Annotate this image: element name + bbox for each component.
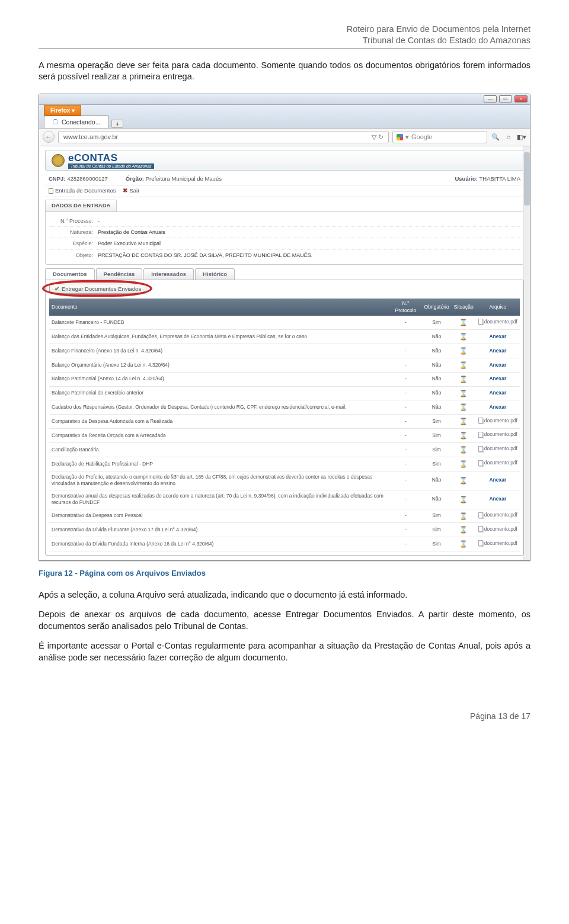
obrigatorio: Não [422, 490, 452, 509]
menu-sair[interactable]: ✖Sair [123, 187, 139, 195]
table-header: Arquivo [476, 299, 520, 316]
paragraph-4: É importante acessar o Portal e-Contas r… [39, 640, 530, 663]
close-button[interactable]: × [514, 95, 528, 102]
anexar-link[interactable]: Anexar [489, 404, 506, 410]
browser-tab-loading[interactable]: Conectando... [44, 116, 109, 128]
protocolo: - [389, 471, 421, 490]
arquivo-cell: Anexar [476, 372, 520, 386]
tab-interessados[interactable]: Interessados [143, 268, 194, 280]
doc-icon [478, 540, 483, 546]
tab-documentos[interactable]: Documentos [45, 268, 95, 280]
search-placeholder: Google [411, 133, 432, 142]
arquivo-cell: documento.pdf [476, 429, 520, 443]
hourglass-icon: ⌛ [459, 390, 468, 397]
arquivo-pdf[interactable]: documento.pdf [478, 460, 517, 466]
url-field[interactable]: www.tce.am.gov.br ▽ ↻ [58, 131, 389, 143]
obrigatorio: Não [422, 471, 452, 490]
minimize-button[interactable]: — [484, 95, 497, 102]
dropdown-icon: ▽ ↻ [372, 133, 383, 142]
protocolo: - [389, 537, 421, 551]
situacao: ⌛ [452, 386, 476, 400]
figure-caption: Figura 12 - Página com os Arquivos Envia… [39, 568, 530, 579]
hourglass-icon: ⌛ [459, 477, 468, 484]
obrigatorio: Não [422, 372, 452, 386]
obrigatorio: Sim [422, 443, 452, 457]
window-titlebar: — ▭ × [39, 94, 530, 105]
tab-pendências[interactable]: Pendências [96, 268, 143, 280]
dados-key: Natureza: [52, 229, 93, 236]
cnpj-value: 4282869000127 [67, 175, 108, 182]
dados-value: - [98, 217, 517, 224]
table-row: Declaração do Prefeito, atestando o cump… [49, 471, 520, 490]
protocolo: - [389, 429, 421, 443]
obrigatorio: Sim [422, 457, 452, 471]
arquivo-cell: Anexar [476, 386, 520, 400]
search-icon[interactable]: 🔍 [491, 132, 500, 142]
arquivo-pdf[interactable]: documento.pdf [478, 512, 517, 518]
situacao: ⌛ [452, 490, 476, 509]
search-box[interactable]: ▾ Google [392, 131, 487, 143]
hourglass-icon: ⌛ [459, 418, 468, 425]
arquivo-cell: documento.pdf [476, 415, 520, 429]
dados-row: Espécie:Poder Executivo Municipal [49, 238, 520, 249]
anexar-link[interactable]: Anexar [489, 333, 506, 339]
table-row: Balanço das Entidades Autáquicas, Fundaç… [49, 330, 520, 344]
arquivo-pdf[interactable]: documento.pdf [478, 526, 517, 532]
doc-icon [478, 460, 483, 466]
header-rule [39, 49, 530, 49]
arquivo-pdf[interactable]: documento.pdf [478, 418, 517, 424]
arquivo-pdf[interactable]: documento.pdf [478, 445, 517, 452]
anexar-link[interactable]: Anexar [489, 496, 506, 502]
header-line1: Roteiro para Envio de Documentos pela In… [39, 24, 530, 35]
maximize-button[interactable]: ▭ [499, 95, 512, 102]
protocolo: - [389, 344, 421, 358]
arquivo-pdf[interactable]: documento.pdf [478, 431, 517, 438]
anexar-link[interactable]: Anexar [489, 348, 506, 354]
econtas-banner: eCONTAS Tribunal de Contas do Estado do … [45, 150, 524, 171]
doc-name: Balancete Financeiro - FUNDEB [49, 316, 389, 329]
anexar-link[interactable]: Anexar [489, 477, 506, 483]
hourglass-icon: ⌛ [459, 496, 468, 503]
arquivo-cell: documento.pdf [476, 537, 520, 551]
firefox-menu-button[interactable]: Firefox ▾ [44, 105, 81, 117]
table-header: N.° Protocolo [389, 299, 421, 316]
arquivo-pdf[interactable]: documento.pdf [478, 319, 517, 325]
check-icon: ✔ [55, 285, 59, 292]
dados-value: PRESTAÇÃO DE CONTAS DO SR. JOSÉ DA SILVA… [98, 252, 517, 259]
doc-name: Balanço Patrimonial do exercício anterio… [49, 386, 389, 400]
menu-entrada[interactable]: Entrada de Documentos [49, 187, 116, 195]
obrigatorio: Não [422, 358, 452, 372]
paragraph-3: Depois de anexar os arquivos de cada doc… [39, 609, 530, 632]
doc-name: Balanço Financeiro (Anexo 13 da Lei n. 4… [49, 344, 389, 358]
tab-histórico[interactable]: Histórico [195, 268, 235, 280]
doc-name: Balanço Patrimonial (Anexo 14 da Lei n. … [49, 372, 389, 386]
protocolo: - [389, 415, 421, 429]
hourglass-icon: ⌛ [459, 460, 468, 467]
arquivo-pdf[interactable]: documento.pdf [478, 540, 517, 547]
doc-name: Demonstrativo anual das despesas realiza… [49, 490, 389, 509]
new-tab-button[interactable]: + [111, 120, 123, 128]
close-icon: ✖ [123, 187, 127, 195]
refresh-icon[interactable]: ↻ [378, 133, 383, 140]
bookmarks-icon[interactable]: ◧▾ [517, 132, 526, 142]
documentos-table: DocumentoN.° ProtocoloObrigatórioSituaçã… [49, 299, 520, 551]
menu-bar: Entrada de Documentos ✖Sair [45, 185, 524, 197]
arquivo-cell: Anexar [476, 471, 520, 490]
url-text: www.tce.am.gov.br [63, 133, 118, 142]
doc-name: Conciliação Bancária [49, 443, 389, 457]
arquivo-cell: Anexar [476, 344, 520, 358]
entregar-documentos-button[interactable]: ✔ Entregar Documentos Enviados [49, 284, 146, 294]
doc-icon [478, 319, 483, 325]
address-bar: ← www.tce.am.gov.br ▽ ↻ ▾ Google 🔍 ⌂ ◧▾ [39, 129, 530, 146]
back-button[interactable]: ← [43, 131, 55, 143]
obrigatorio: Não [422, 400, 452, 415]
anexar-link[interactable]: Anexar [489, 376, 506, 381]
table-header: Situação [452, 299, 476, 316]
home-icon[interactable]: ⌂ [504, 132, 513, 142]
anexar-link[interactable]: Anexar [489, 390, 506, 396]
usuario-label: Usuário: [455, 175, 478, 182]
doc-name: Balanço Orçamentário (Anexo 12 da Lei n.… [49, 358, 389, 372]
scroll-thumb[interactable] [524, 152, 530, 206]
doc-icon [478, 432, 483, 438]
anexar-link[interactable]: Anexar [489, 362, 506, 368]
